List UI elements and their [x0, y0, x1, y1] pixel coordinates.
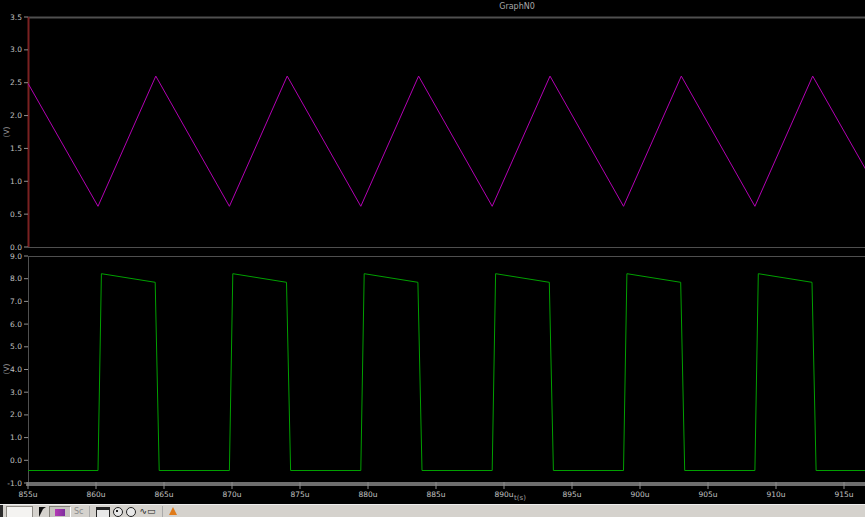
- zoom-in-icon[interactable]: [113, 507, 123, 517]
- y-tick-label: 7.0: [10, 297, 22, 306]
- y-tick-label: 2.0: [10, 410, 22, 419]
- status-box: [6, 506, 33, 517]
- x-tick-label: 855u: [18, 490, 37, 499]
- x-axis-bar: [26, 482, 865, 486]
- x-tick-label: 870u: [222, 490, 241, 499]
- chart-1-y-axis-label: (V): [2, 363, 11, 374]
- x-tick-label: 895u: [562, 490, 581, 499]
- cursor-arrow-icon[interactable]: [39, 507, 46, 517]
- y-tick-label: 1.5: [10, 144, 22, 153]
- toolbar-separator: [89, 506, 90, 517]
- measure-icon[interactable]: ∿▭: [139, 506, 155, 516]
- y-tick-label: 3.0: [10, 388, 22, 397]
- y-tick-label: 3.0: [10, 45, 22, 54]
- y-tick-label: -1.0: [7, 479, 22, 488]
- y-tick-label: 4.0: [10, 365, 22, 374]
- bottom-toolbar: Sc ∿▭: [0, 504, 865, 517]
- y-tick-label: 2.0: [10, 111, 22, 120]
- y-tick-label: 8.0: [10, 274, 22, 283]
- graph-tool-button[interactable]: [49, 506, 71, 517]
- x-tick-label: 905u: [698, 490, 717, 499]
- y-tick-label: 6.0: [10, 320, 22, 329]
- x-axis-label: t(s): [514, 494, 526, 502]
- y-tick-label: 9.0: [10, 252, 22, 261]
- y-tick-label: 0.0: [10, 243, 22, 252]
- y-tick-label: 3.5: [10, 13, 22, 22]
- y-tick-label: 5.0: [10, 342, 22, 351]
- x-tick-label: 915u: [834, 490, 853, 499]
- x-tick-label: 875u: [290, 490, 309, 499]
- toolbar-separator-2: [162, 506, 163, 517]
- y-tick-label: 1.0: [10, 433, 22, 442]
- graph-tool-icon: [55, 509, 65, 516]
- chart-0-y-axis-label: (V): [2, 126, 11, 137]
- toolbar-edge: [0, 505, 3, 517]
- chart-0-plot-area[interactable]: [28, 17, 865, 247]
- y-tick-label: 1.0: [10, 177, 22, 186]
- warning-icon[interactable]: [169, 507, 177, 515]
- x-tick-label: 865u: [154, 490, 173, 499]
- window-icon[interactable]: [96, 507, 110, 517]
- charts-canvas: 0.00.51.01.52.02.53.03.5(V)-1.00.01.02.0…: [0, 0, 865, 505]
- x-tick-label: 880u: [358, 490, 377, 499]
- x-tick-label: 860u: [86, 490, 105, 499]
- x-tick-label: 890u: [494, 490, 513, 499]
- graph-window: GraphN0 0.00.51.01.52.02.53.03.5(V)-1.00…: [0, 0, 865, 517]
- scope-label: Sc: [74, 507, 83, 516]
- y-tick-label: 2.5: [10, 78, 22, 87]
- x-tick-label: 900u: [630, 490, 649, 499]
- y-tick-label: 0.5: [10, 210, 22, 219]
- chart-1-plot-area[interactable]: [28, 256, 865, 483]
- x-tick-label: 910u: [766, 490, 785, 499]
- zoom-out-icon[interactable]: [126, 507, 136, 517]
- y-tick-label: 0.0: [10, 456, 22, 465]
- x-tick-label: 885u: [426, 490, 445, 499]
- chart-0-y-ticks: 0.00.51.01.52.02.53.03.5: [10, 13, 28, 252]
